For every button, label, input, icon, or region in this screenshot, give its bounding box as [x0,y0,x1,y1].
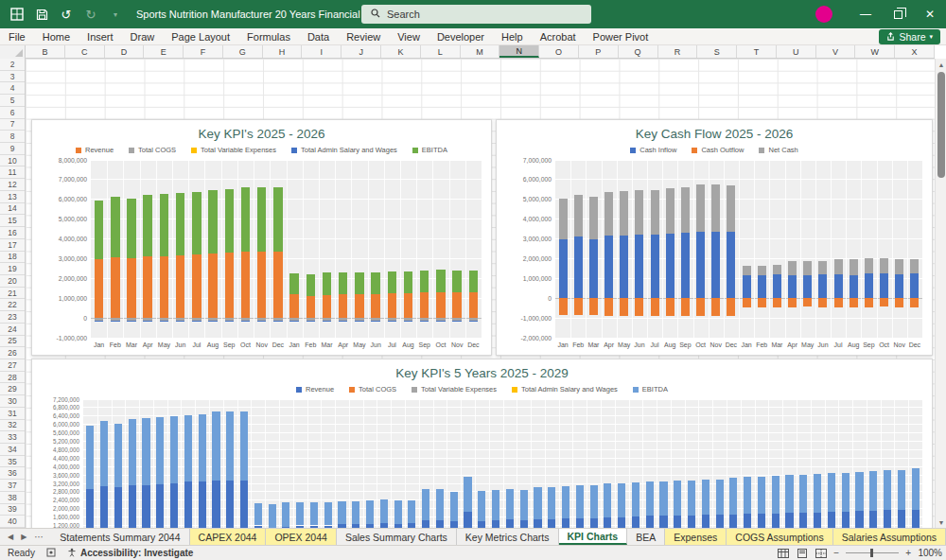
row-header-5[interactable]: 5 [0,95,25,107]
row-header-11[interactable]: 11 [0,166,25,179]
row-header-31[interactable]: 31 [0,408,25,420]
ribbon-tab-view[interactable]: View [389,28,429,45]
row-header-7[interactable]: 7 [0,119,25,131]
column-header-J[interactable]: J [342,45,381,58]
ribbon-tab-home[interactable]: Home [34,28,79,45]
vertical-scrollbar[interactable]: ▲ ▼ [935,59,946,528]
row-header-33[interactable]: 33 [0,431,25,444]
ribbon-tab-help[interactable]: Help [493,28,532,45]
save-icon[interactable] [34,7,49,22]
row-header-40[interactable]: 40 [0,516,25,528]
chart-key-cash-flow-2025-2026[interactable]: Key Cash Flow 2025 - 2026Cash InflowCash… [496,119,933,356]
normal-view-icon[interactable] [777,548,789,558]
row-header-2[interactable]: 2 [0,59,25,71]
excel-app-icon[interactable] [9,7,25,22]
column-header-L[interactable]: L [421,45,461,58]
row-header-22[interactable]: 22 [0,299,25,311]
page-layout-view-icon[interactable] [796,548,808,558]
row-header-30[interactable]: 30 [0,395,25,408]
accessibility-status[interactable]: Accessibility: Investigate [67,548,194,559]
share-button[interactable]: Share ▾ [879,29,940,44]
redo-icon[interactable]: ↻ [83,7,98,22]
sheet-tab-opex-2044[interactable]: OPEX 2044 [266,529,336,545]
ribbon-tab-power-pivot[interactable]: Power Pivot [585,28,657,45]
column-header-H[interactable]: H [263,45,303,58]
ribbon-tab-insert[interactable]: Insert [79,28,122,45]
sheet-prev-icon[interactable]: ◀ [8,533,13,541]
row-header-15[interactable]: 15 [0,215,25,227]
column-header-N[interactable]: N [499,45,539,58]
column-header-F[interactable]: F [184,45,223,58]
ribbon-tab-data[interactable]: Data [299,28,338,45]
row-header-27[interactable]: 27 [0,359,25,372]
row-header-3[interactable]: 3 [0,71,25,83]
sheet-tab-capex-2044[interactable]: CAPEX 2044 [190,529,267,545]
row-header-12[interactable]: 12 [0,179,25,191]
ribbon-tab-acrobat[interactable]: Acrobat [532,28,585,45]
sheet-tab-key-metrics-charts[interactable]: Key Metrics Charts [457,529,559,545]
row-header-32[interactable]: 32 [0,420,25,432]
worksheet-grid[interactable]: 2345678910111213141516171819202122232425… [0,59,935,528]
row-header-20[interactable]: 20 [0,275,25,288]
row-header-34[interactable]: 34 [0,444,25,456]
ribbon-tab-formulas[interactable]: Formulas [238,28,299,45]
row-header-25[interactable]: 25 [0,336,25,348]
zoom-out-icon[interactable]: − [833,548,839,558]
column-header-K[interactable]: K [381,45,421,58]
column-header-B[interactable]: B [26,45,65,58]
minimize-button[interactable]: — [850,0,882,28]
row-header-35[interactable]: 35 [0,456,25,468]
row-header-39[interactable]: 39 [0,504,25,516]
page-break-view-icon[interactable] [815,548,827,558]
column-header-I[interactable]: I [302,45,342,58]
sheet-tab-kpi-charts[interactable]: KPI Charts [559,529,628,545]
macro-record-icon[interactable] [46,548,56,559]
row-header-9[interactable]: 9 [0,143,25,155]
row-header-16[interactable]: 16 [0,227,25,239]
customize-qat-icon[interactable]: ▾ [108,7,123,22]
row-header-26[interactable]: 26 [0,347,25,359]
select-all-corner[interactable] [0,45,26,59]
ribbon-tab-file[interactable]: File [0,28,34,45]
row-header-10[interactable]: 10 [0,155,25,167]
vertical-scroll-thumb[interactable] [937,72,945,178]
row-header-18[interactable]: 18 [0,252,25,264]
row-header-28[interactable]: 28 [0,372,25,384]
scroll-down-icon[interactable]: ▼ [936,516,946,528]
column-header-X[interactable]: X [895,45,935,58]
sheet-tab-salaries-assumptions[interactable]: Salaries Assumptions [833,529,946,545]
column-header-V[interactable]: V [816,45,856,58]
undo-icon[interactable]: ↺ [59,7,74,22]
zoom-slider-thumb[interactable] [870,549,873,557]
user-avatar[interactable] [815,6,832,23]
row-header-23[interactable]: 23 [0,311,25,324]
search-box[interactable]: Search [361,5,591,24]
row-header-13[interactable]: 13 [0,191,25,203]
ribbon-tab-review[interactable]: Review [338,28,389,45]
row-header-37[interactable]: 37 [0,480,25,492]
zoom-slider[interactable] [846,552,899,553]
column-header-D[interactable]: D [105,45,145,58]
restore-button[interactable] [882,0,914,28]
ribbon-tab-page-layout[interactable]: Page Layout [163,28,238,45]
sheet-tab-sales-summary-charts[interactable]: Sales Summary Charts [337,529,457,545]
row-header-36[interactable]: 36 [0,467,25,480]
column-header-E[interactable]: E [144,45,184,58]
sheet-next-icon[interactable]: ▶ [21,533,26,541]
row-header-38[interactable]: 38 [0,492,25,504]
sheet-tab-bea[interactable]: BEA [627,529,665,545]
ribbon-tab-draw[interactable]: Draw [122,28,164,45]
zoom-level[interactable]: 100% [918,548,942,558]
sheet-tab-expenses[interactable]: Expenses [665,529,727,545]
zoom-in-icon[interactable]: + [905,548,911,558]
row-header-8[interactable]: 8 [0,131,25,143]
row-header-4[interactable]: 4 [0,82,25,95]
sheet-tab-statements-summary-2044[interactable]: Statements Summary 2044 [51,529,189,545]
column-header-S[interactable]: S [697,45,737,58]
column-header-Q[interactable]: Q [619,45,658,58]
column-header-T[interactable]: T [737,45,777,58]
row-header-21[interactable]: 21 [0,288,25,300]
column-header-R[interactable]: R [658,45,698,58]
sheet-list-icon[interactable]: ⋯ [34,532,44,542]
column-header-O[interactable]: O [539,45,579,58]
